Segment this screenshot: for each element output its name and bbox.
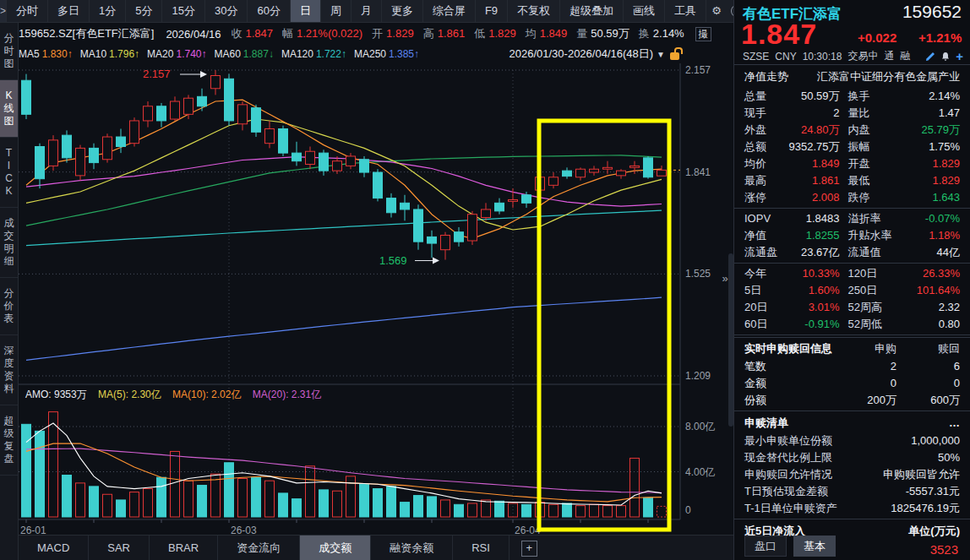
- quote-row: 20日3.01%52周高2.32: [734, 299, 970, 316]
- divider: [734, 208, 970, 209]
- ma-value: 1.385↑: [389, 48, 419, 60]
- svg-text:26-03: 26-03: [231, 525, 257, 535]
- sidebar-item[interactable]: TICK: [0, 138, 18, 208]
- info-field: 均1.849: [526, 26, 568, 41]
- sidebar-item-char: 度: [4, 357, 14, 370]
- toolbar-button[interactable]: 工具: [665, 0, 706, 22]
- edit-pencil-icon[interactable]: [925, 52, 935, 62]
- sidebar-item[interactable]: 成交明细: [0, 208, 18, 278]
- toolbar-button[interactable]: 超级叠加: [560, 0, 624, 22]
- svg-text:1.841: 1.841: [685, 166, 711, 178]
- collapse-panel-icon[interactable]: >: [0, 0, 7, 22]
- quote-label: 120日: [840, 265, 907, 282]
- section-title: 申赎清单: [744, 413, 788, 432]
- exchange-label: SZSE: [743, 51, 769, 63]
- info-field-value: 1.829: [488, 27, 516, 40]
- sidebar-item[interactable]: 分时图: [0, 23, 18, 80]
- sidebar-item[interactable]: 分价表: [0, 278, 18, 335]
- indicator-tab[interactable]: 资金流向: [218, 536, 300, 560]
- info-field: 开1.829: [372, 26, 414, 41]
- panel-tab[interactable]: 基本: [793, 536, 836, 557]
- ohlc-fields: 收1.847幅1.21%(0.022)开1.829高1.861低1.829均1.…: [231, 26, 693, 41]
- quote-value: 0.80: [907, 316, 961, 333]
- quote-label: 总量: [744, 88, 787, 105]
- toolbar-period-tab[interactable]: 更多: [382, 0, 423, 22]
- sidebar-item-char: 分: [4, 287, 14, 300]
- quote-row: IOPV1.8483溢折率-0.07%: [734, 210, 970, 227]
- sidebar-item-char: 成: [4, 217, 14, 230]
- period-tabs: 分时多日1分5分15分30分60分日周月更多: [7, 0, 423, 22]
- quote-value: 1.8255: [787, 227, 840, 244]
- divider: [734, 519, 970, 519]
- redeem-value: 0: [896, 375, 960, 392]
- ma-label: MA10: [80, 48, 106, 60]
- indicator-tab[interactable]: RSI: [453, 536, 510, 560]
- toolbar-period-tab[interactable]: 1分: [90, 0, 126, 22]
- date-range-selector[interactable]: 2026/01/30-2026/04/16(48日) ▼: [510, 46, 679, 62]
- toolbar-button[interactable]: F9: [476, 0, 508, 22]
- quote-label: 最低: [840, 172, 907, 189]
- indicator-tab[interactable]: BRAR: [150, 536, 218, 560]
- row-label: 份额: [744, 392, 837, 409]
- sidebar-item-char: 复: [4, 440, 14, 453]
- toolbar-period-tab[interactable]: 5分: [126, 0, 162, 22]
- panel-tab[interactable]: 盘口: [744, 536, 787, 557]
- toolbar-period-tab[interactable]: 60分: [248, 0, 290, 22]
- quote-label: 52周高: [840, 299, 907, 316]
- subscription-section-header: 实时申购赎回信息 申购 赎回: [734, 340, 970, 358]
- sidebar-item-char: 深: [4, 345, 14, 357]
- date-label: 2026/04/16: [166, 28, 221, 41]
- sidebar-item-char: 线: [4, 102, 14, 115]
- ma-indicator: MA2501.385↑: [354, 48, 419, 60]
- toolbar-button[interactable]: 画线: [624, 0, 665, 22]
- add-to-watchlist-icon[interactable]: +: [956, 52, 963, 62]
- row-value: 申购赎回皆允许: [883, 466, 960, 483]
- ma-value: 1.796↑: [109, 48, 139, 60]
- sidebar-item[interactable]: K线图: [0, 80, 18, 138]
- indicator-tab[interactable]: MACD: [19, 536, 89, 560]
- quote-label: 今年: [744, 265, 787, 282]
- quote-value: 26.33%: [907, 265, 961, 282]
- toolbar-period-tab[interactable]: 周: [321, 0, 351, 22]
- column-header: 申购: [837, 340, 896, 358]
- more-ellipsis-icon[interactable]: …: [949, 413, 960, 432]
- divider: [734, 410, 970, 411]
- quote-value: 101.64%: [907, 282, 961, 299]
- row-value: 1,000,000: [911, 432, 960, 449]
- toolbar-period-tab[interactable]: 多日: [48, 0, 90, 22]
- sidebar-item-char: 细: [4, 255, 14, 268]
- toolbar-button[interactable]: 综合屏: [423, 0, 476, 22]
- toolbar-period-tab[interactable]: 分时: [7, 0, 48, 22]
- toolbar-button[interactable]: 不复权: [508, 0, 560, 22]
- indicator-tab[interactable]: 成交额: [300, 536, 371, 560]
- amo-value: AMO: 9353万: [25, 389, 87, 400]
- toolbar-period-tab[interactable]: 日: [291, 0, 321, 22]
- quote-header: 有色ETF汇添富 159652 1.847 +0.022 +1.21% SZSE…: [734, 0, 970, 65]
- sidebar-item-char: T: [6, 147, 12, 160]
- svg-text:0: 0: [685, 504, 691, 516]
- nav-trend-link[interactable]: 净值走势: [744, 69, 788, 84]
- svg-text:1.569: 1.569: [379, 254, 407, 267]
- add-indicator-icon[interactable]: +: [521, 541, 537, 557]
- indicator-tab[interactable]: SAR: [89, 536, 150, 560]
- ma-indicator-bar: MA51.830↑MA101.796↑MA201.740↑MA601.887↓M…: [19, 45, 733, 63]
- sidebar-item[interactable]: 超级复盘: [0, 405, 18, 476]
- unlock-icon[interactable]: [670, 52, 679, 60]
- ma-label: MA250: [354, 48, 386, 60]
- info-field-value: 1.21%(0.022): [297, 27, 362, 40]
- auction-match-button[interactable]: 撮: [695, 27, 711, 41]
- alert-bell-icon[interactable]: [940, 52, 951, 62]
- badge-rong: 融: [900, 49, 910, 63]
- svg-text:1.209: 1.209: [685, 370, 711, 382]
- indicator-tab[interactable]: 融资余额: [371, 536, 453, 560]
- toolbar-period-tab[interactable]: 15分: [162, 0, 204, 22]
- redeem-value: 600万: [896, 392, 960, 409]
- row-value: 1825476.19元: [891, 500, 960, 517]
- sidebar-item[interactable]: 深度资料: [0, 335, 18, 405]
- toolbar-period-tab[interactable]: 月: [351, 0, 382, 22]
- toolbar-period-tab[interactable]: 30分: [205, 0, 248, 22]
- quote-label: 流通值: [840, 244, 907, 261]
- market-status-row: SZSE CNY 10:30:18 交易中 通 融 +: [743, 49, 963, 63]
- quote-value: 2.008: [787, 189, 840, 206]
- settings-gear-icon[interactable]: ⚙: [706, 0, 727, 22]
